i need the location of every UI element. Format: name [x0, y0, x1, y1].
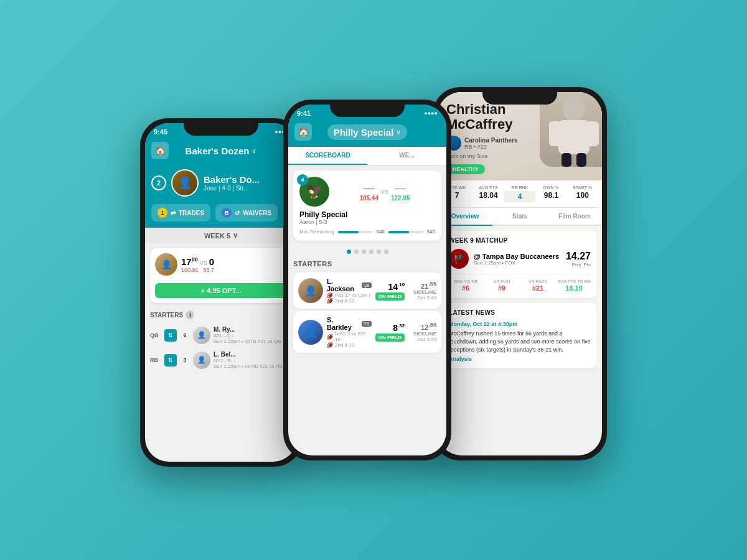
- chevron-middle[interactable]: ∨: [396, 128, 401, 136]
- svg-rect-2: [549, 121, 561, 146]
- matchup-stats: RNK VS RB #6 VS RUN #9 VS PASS #21 AVG: [449, 274, 591, 292]
- prog-bar1: [338, 231, 373, 233]
- starter-alt-jackson: 21.55 SIDELINE 2nd 3:40: [413, 281, 436, 301]
- tab-week[interactable]: WE...: [367, 147, 446, 165]
- matchup-row: 👤 1700 VS 0 100.91 83.7: [155, 253, 287, 276]
- m-stat-vs-run: VS RUN #9: [485, 279, 519, 292]
- prog-fill1: [338, 231, 359, 233]
- starter-info-jackson: L. Jackson QB 🏈IND 17 vs CIN 7 🏈2nd 8:12: [327, 278, 372, 304]
- dot-6[interactable]: [384, 250, 388, 254]
- phone-left: 9:45 ●●●● 🏠 Baker's Dozen ∨ 2 👤 Baker': [140, 118, 302, 467]
- signal-middle: ●●●●: [424, 110, 438, 116]
- swap-qb[interactable]: ⇅: [164, 329, 177, 342]
- optimize-btn[interactable]: + 4.95 OPT...: [155, 283, 287, 298]
- score-main-barkley: 8.32: [393, 323, 405, 333]
- action-buttons-left: 1 ⇄ TRADES B ↺ WAIVERS: [145, 204, 297, 228]
- starter-game-barkley: 🏈NYG 3 vs PIT 16: [327, 331, 372, 342]
- pos-qb: QB: [150, 332, 161, 338]
- dot-2[interactable]: [354, 250, 359, 254]
- dot-3[interactable]: [362, 250, 366, 254]
- score-val2: 122.95: [391, 195, 410, 202]
- notch-left: [184, 118, 258, 136]
- top-nav-middle: 🏠 Philly Special ∨: [288, 119, 446, 147]
- news-date: Monday, Oct 22 at 4:30pm: [449, 321, 591, 327]
- avatar-qb: 👤: [193, 327, 210, 344]
- starters-section-left: STARTERS ℹ QB ⇅ 6 👤 M. Ry... ATL - Q... …: [145, 308, 297, 375]
- player-tabs: Overview Stats Film Room: [438, 208, 602, 226]
- screen-right: Christian McCaffrey 🐾 Carolina Panthers …: [438, 92, 602, 455]
- dots-row: [288, 246, 446, 258]
- trades-badge: 1: [157, 208, 167, 218]
- healthy-badge: HEALTHY: [446, 164, 485, 174]
- svg-point-0: [563, 96, 585, 121]
- news-text: McCaffrey rushed 15 times for 86 yards a…: [449, 330, 591, 353]
- tab-scoreboard[interactable]: SCOREBOARD: [288, 147, 367, 165]
- tab-bar-middle: SCOREBOARD WE...: [288, 147, 446, 166]
- proj-right: 83.7: [204, 267, 215, 273]
- opp-qb: Sun 1:25pm • @TB #31 vs QB: [214, 338, 292, 344]
- swap-rb[interactable]: ⇅: [164, 354, 177, 366]
- num-qb: 6: [180, 330, 190, 340]
- matchup-detail: 🏴 @ Tampa Bay Buccaneers Sun 1:25pm • FO…: [449, 249, 591, 269]
- home-icon-middle[interactable]: 🏠: [294, 123, 312, 141]
- dot-4[interactable]: [369, 250, 374, 254]
- proj-val: 14.27: [566, 251, 591, 262]
- dot-1[interactable]: [347, 250, 351, 254]
- matchup-time: Sun 1:25pm • FOX: [474, 260, 561, 266]
- proj-pts: 14.27 Proj. Pts: [566, 251, 591, 268]
- game-qb: ATL - Q...: [214, 333, 292, 338]
- chevron-left[interactable]: ∨: [251, 147, 256, 155]
- game-rb: NYJ - R...: [214, 358, 292, 363]
- team-sub: Jose | 4-0 | Str...: [204, 185, 260, 192]
- trades-btn[interactable]: 1 ⇄ TRADES: [151, 204, 210, 222]
- matchup-title: WEEK 9 MATCHUP: [449, 237, 591, 244]
- num-rb: 3: [180, 355, 190, 365]
- proj-left: 100.91: [181, 267, 199, 273]
- team-sub-info-middle: Aaron | 5-3: [299, 219, 435, 225]
- opp-rb: Sun 1:25pm • vs NE #21 vs RB: [214, 363, 292, 369]
- m-stat-avg-pts-rb: AVG PTS TO RB 18.10: [557, 279, 591, 292]
- starter-card-jackson[interactable]: 👤 L. Jackson QB 🏈IND 17 vs CIN 7 🏈2nd 8:…: [293, 273, 441, 309]
- on-field-jackson: ON FIELD: [375, 292, 405, 301]
- score-vs-block: — 105.44 VS — 122.95: [334, 182, 435, 202]
- vs-left: VS: [200, 260, 207, 266]
- waivers-badge: B: [222, 208, 232, 218]
- score-header: 🦅 4 — 105.44 VS — 122.95: [299, 177, 435, 207]
- pos-rb: RB: [150, 357, 161, 363]
- team-name-left: Baker's Dozen: [186, 146, 250, 156]
- player-pos: RB • #22: [464, 144, 518, 150]
- player-row-rb: RB ⇅ 3 👤 L. Bel... NYJ - R... Sun 1:25pm…: [150, 348, 292, 373]
- avatar-rb: 👤: [193, 352, 210, 369]
- screen-left: 9:45 ●●●● 🏠 Baker's Dozen ∨ 2 👤 Baker': [145, 123, 297, 462]
- news-section: LATEST NEWS Monday, Oct 22 at 4:30pm McC…: [443, 303, 597, 368]
- scoreboard-card: 🦅 4 — 105.44 VS — 122.95: [293, 170, 441, 241]
- svg-rect-1: [558, 120, 590, 154]
- waivers-btn[interactable]: B ↺ WAIVERS: [215, 204, 278, 222]
- tab-film-room[interactable]: Film Room: [547, 208, 602, 225]
- alt-time-jackson: 2nd 3:40: [413, 295, 436, 301]
- prog-label: Min. Remaining: [299, 229, 334, 235]
- score-dash2: —: [391, 182, 410, 195]
- starter-quarter-jackson: 🏈2nd 8:12: [327, 298, 372, 304]
- starter-card-barkley[interactable]: 👤 S. Barkley RB 🏈NYG 3 vs PIT 16 🏈2nd 4:…: [293, 311, 441, 353]
- week-selector[interactable]: WEEK 5 ∨: [145, 228, 297, 243]
- phones-container: 9:45 ●●●● 🏠 Baker's Dozen ∨ 2 👤 Baker': [140, 93, 607, 467]
- dot-5[interactable]: [377, 250, 381, 254]
- score-main-jackson: 14.10: [388, 282, 405, 292]
- home-icon-left[interactable]: 🏠: [151, 142, 169, 159]
- player-team-name: Carolina Panthers: [464, 137, 518, 144]
- vs-middle: VS: [381, 189, 388, 195]
- rank-badge-left: 2: [151, 175, 166, 190]
- team-info-left: Baker's Do... Jose | 4-0 | Str...: [204, 174, 260, 192]
- matchup-vs: @ Tampa Bay Buccaneers Sun 1:25pm • FOX: [474, 253, 561, 266]
- alt-score-barkley: 12.80: [413, 322, 436, 331]
- matchup-opp: @ Tampa Bay Buccaneers: [474, 253, 561, 260]
- notch-right: [482, 87, 557, 105]
- news-link[interactable]: Analysis: [449, 356, 591, 362]
- starter-quarter-barkley: 🏈2nd 4:10: [327, 342, 372, 348]
- tab-stats[interactable]: Stats: [492, 208, 547, 225]
- player-hero: Christian McCaffrey 🐾 Carolina Panthers …: [438, 92, 602, 180]
- prog-fill2: [388, 231, 410, 233]
- name-rb: L. Bel...: [214, 351, 292, 358]
- m-stat-rnk-vs-rb: RNK VS RB #6: [449, 279, 482, 292]
